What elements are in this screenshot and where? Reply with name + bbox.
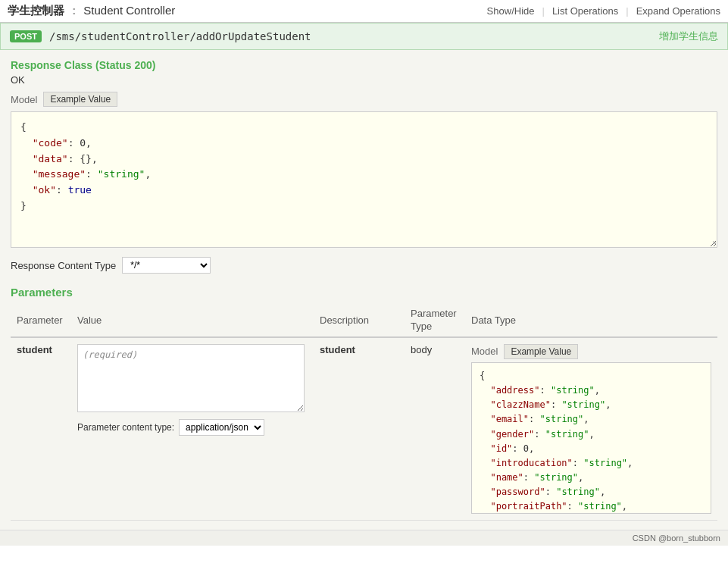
- main-content: Response Class (Status 200) OK Model Exa…: [0, 50, 728, 530]
- param-type-cell: body: [405, 337, 465, 521]
- footer-watermark: CSDN @born_stubborn: [633, 534, 720, 543]
- header: 学生控制器 : Student Controller Show/Hide | L…: [0, 0, 728, 23]
- title-english: Student Controller: [83, 4, 175, 17]
- header-title: 学生控制器 : Student Controller: [8, 4, 175, 18]
- response-content-type-label: Response Content Type: [11, 260, 116, 271]
- title-separator: :: [72, 4, 79, 17]
- response-ok-text: OK: [11, 74, 717, 86]
- post-method-badge: POST: [10, 30, 42, 42]
- param-name-cell: student: [11, 337, 71, 521]
- show-hide-button[interactable]: Show/Hide: [487, 5, 535, 17]
- response-class-title: Response Class (Status 200): [11, 59, 717, 71]
- list-operations-button[interactable]: List Operations: [552, 5, 618, 17]
- post-bar[interactable]: POST /sms/studentController/addOrUpdateS…: [0, 23, 728, 50]
- param-data-type-cell: Model Example Value { "address": "string…: [465, 337, 717, 521]
- parameters-section: Parameters Parameter Value Description P…: [11, 286, 717, 521]
- param-value-textarea[interactable]: (required): [77, 344, 305, 412]
- header-actions: Show/Hide | List Operations | Expand Ope…: [487, 5, 720, 17]
- parameters-table: Parameter Value Description ParameterTyp…: [11, 305, 717, 521]
- param-value-cell: (required) Parameter content type: appli…: [71, 337, 314, 521]
- col-header-parameter: Parameter: [11, 305, 71, 337]
- table-row: student (required) Parameter content typ…: [11, 337, 717, 521]
- param-content-type-label: Parameter content type:: [77, 422, 174, 433]
- example-value-tab[interactable]: Example Value: [43, 92, 117, 107]
- table-header-row: Parameter Value Description ParameterTyp…: [11, 305, 717, 337]
- response-json-box: { "code": 0, "data": {}, "message": "str…: [11, 111, 717, 248]
- param-description: student: [320, 344, 355, 355]
- col-header-value: Value: [71, 305, 314, 337]
- col-header-description: Description: [314, 305, 405, 337]
- model-label: Model: [11, 94, 37, 105]
- post-description: 增加学生信息: [659, 30, 718, 43]
- response-model-tabs: Model Example Value: [11, 92, 717, 107]
- param-desc-cell: student: [314, 337, 405, 521]
- param-content-type-select[interactable]: application/json text/plain */*: [179, 419, 264, 436]
- response-class-section: Response Class (Status 200) OK Model Exa…: [11, 59, 717, 248]
- parameters-title: Parameters: [11, 286, 717, 299]
- expand-operations-button[interactable]: Expand Operations: [636, 5, 720, 17]
- param-name: student: [17, 344, 52, 355]
- col-header-data-type: Data Type: [465, 305, 717, 337]
- resize-handle[interactable]: ↘: [706, 236, 717, 247]
- response-content-type-section: Response Content Type */* application/js…: [11, 257, 717, 274]
- param-model-label: Model: [471, 346, 498, 357]
- param-model-tabs: Model Example Value: [471, 344, 711, 359]
- divider1: |: [542, 5, 544, 17]
- param-json-container: Model Example Value { "address": "string…: [471, 344, 711, 514]
- param-type: body: [411, 344, 432, 355]
- col-header-param-type: ParameterType: [405, 305, 465, 337]
- param-example-value-tab[interactable]: Example Value: [504, 344, 578, 359]
- response-content-type-select[interactable]: */* application/json text/plain: [122, 257, 211, 274]
- title-chinese: 学生控制器: [8, 4, 64, 17]
- param-json-box: { "address": "string", "clazzName": "str…: [471, 362, 711, 514]
- param-content-type-row: Parameter content type: application/json…: [77, 419, 308, 436]
- footer: CSDN @born_stubborn: [0, 530, 728, 546]
- post-path: /sms/studentController/addOrUpdateStuden…: [49, 30, 311, 42]
- divider2: |: [626, 5, 628, 17]
